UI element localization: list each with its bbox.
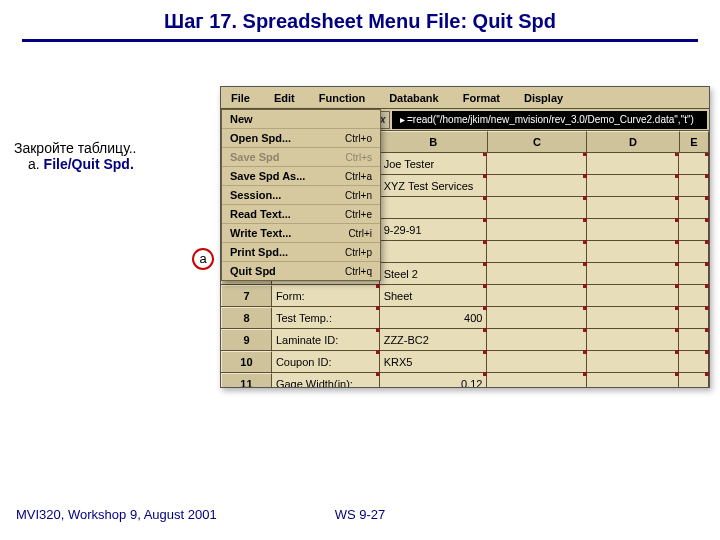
cell[interactable] — [679, 351, 709, 372]
cell[interactable] — [679, 263, 709, 284]
cell[interactable] — [487, 219, 587, 240]
menu-item-shortcut: Ctrl+i — [348, 228, 372, 239]
cell[interactable]: 9-29-91 — [380, 219, 488, 240]
cell[interactable] — [679, 219, 709, 240]
cell[interactable] — [587, 285, 679, 306]
menu-item-label: Print Spd... — [230, 246, 288, 258]
file-menu-item-open-spd[interactable]: Open Spd...Ctrl+o — [222, 129, 380, 148]
cell[interactable]: Joe Tester — [380, 153, 488, 174]
cell[interactable] — [587, 241, 679, 262]
menu-item-shortcut: Ctrl+a — [345, 171, 372, 182]
menu-item-shortcut: Ctrl+e — [345, 209, 372, 220]
file-menu-item-print-spd[interactable]: Print Spd...Ctrl+p — [222, 243, 380, 262]
cell[interactable]: Gage Width(in): — [272, 373, 380, 388]
cell[interactable] — [587, 329, 679, 350]
file-menu-item-write-text[interactable]: Write Text...Ctrl+i — [222, 224, 380, 243]
menu-function[interactable]: Function — [319, 92, 365, 104]
row-header[interactable]: 8 — [221, 307, 272, 328]
menu-item-shortcut: Ctrl+o — [345, 133, 372, 144]
title-rule — [22, 39, 698, 42]
file-dropdown: NewOpen Spd...Ctrl+oSave SpdCtrl+sSave S… — [221, 109, 381, 281]
menu-item-label: Quit Spd — [230, 265, 276, 277]
cell[interactable]: KRX5 — [380, 351, 488, 372]
table-row: 10Coupon ID:KRX5 — [221, 351, 709, 373]
cell[interactable]: Steel 2 — [380, 263, 488, 284]
cell[interactable] — [679, 307, 709, 328]
menu-databank[interactable]: Databank — [389, 92, 439, 104]
menu-display[interactable]: Display — [524, 92, 563, 104]
file-menu-item-quit-spd[interactable]: Quit SpdCtrl+q — [222, 262, 380, 280]
formula-bar[interactable]: ▸ =read("/home/jkim/new_mvision/rev_3.0/… — [392, 111, 707, 129]
cell[interactable] — [487, 263, 587, 284]
file-menu-item-new[interactable]: New — [222, 110, 380, 129]
cell[interactable] — [679, 197, 709, 218]
cell[interactable] — [679, 329, 709, 350]
menu-format[interactable]: Format — [463, 92, 500, 104]
row-header[interactable]: 7 — [221, 285, 272, 306]
file-menu-item-save-spd: Save SpdCtrl+s — [222, 148, 380, 167]
file-menu-item-save-spd-as[interactable]: Save Spd As...Ctrl+a — [222, 167, 380, 186]
menu-item-label: Save Spd — [230, 151, 280, 163]
cell[interactable]: Form: — [272, 285, 380, 306]
page-title: Шаг 17. Spreadsheet Menu File: Quit Spd — [0, 0, 720, 33]
cell[interactable] — [679, 241, 709, 262]
menu-edit[interactable]: Edit — [274, 92, 295, 104]
cell[interactable] — [487, 153, 587, 174]
cell[interactable] — [487, 329, 587, 350]
cell[interactable] — [587, 263, 679, 284]
cell[interactable] — [587, 197, 679, 218]
menu-item-shortcut: Ctrl+p — [345, 247, 372, 258]
menu-item-shortcut: Ctrl+s — [346, 152, 372, 163]
menu-file[interactable]: File — [231, 92, 250, 104]
table-row: 9Laminate ID:ZZZ-BC2 — [221, 329, 709, 351]
cell[interactable]: ZZZ-BC2 — [380, 329, 488, 350]
cell[interactable]: XYZ Test Services — [380, 175, 488, 196]
row-header[interactable]: 11 — [221, 373, 272, 388]
cell[interactable] — [487, 241, 587, 262]
menu-item-label: Session... — [230, 189, 281, 201]
col-d-header[interactable]: D — [587, 131, 679, 152]
table-row: 11Gage Width(in):0.12 — [221, 373, 709, 388]
cell[interactable]: 0.12 — [380, 373, 488, 388]
cell[interactable] — [587, 373, 679, 388]
cell[interactable] — [487, 351, 587, 372]
menu-item-label: Write Text... — [230, 227, 291, 239]
menu-item-shortcut: Ctrl+q — [345, 266, 372, 277]
row-header[interactable]: 10 — [221, 351, 272, 372]
cell[interactable]: Test Temp.: — [272, 307, 380, 328]
cell[interactable]: 400 — [380, 307, 488, 328]
cell[interactable] — [587, 219, 679, 240]
cell[interactable]: Coupon ID: — [272, 351, 380, 372]
col-c-header[interactable]: C — [488, 131, 588, 152]
cell[interactable] — [587, 351, 679, 372]
cell[interactable]: Sheet — [380, 285, 488, 306]
cell[interactable] — [679, 175, 709, 196]
cell[interactable] — [487, 307, 587, 328]
callout-a-marker: a — [192, 248, 214, 270]
file-menu-item-session[interactable]: Session...Ctrl+n — [222, 186, 380, 205]
cell[interactable] — [679, 285, 709, 306]
cell[interactable] — [487, 175, 587, 196]
col-b-header[interactable]: B — [380, 131, 488, 152]
instructions: Закройте таблицу.. a. File/Quit Spd. — [14, 140, 137, 172]
cell[interactable] — [380, 241, 488, 262]
cell[interactable] — [487, 373, 587, 388]
slide: Шаг 17. Spreadsheet Menu File: Quit Spd … — [0, 0, 720, 540]
menu-item-shortcut: Ctrl+n — [345, 190, 372, 201]
col-e-header[interactable]: E — [680, 131, 709, 152]
cell[interactable] — [487, 285, 587, 306]
cell[interactable] — [380, 197, 488, 218]
menu-item-label: Open Spd... — [230, 132, 291, 144]
instr-line2: a. File/Quit Spd. — [28, 156, 137, 172]
row-header[interactable]: 9 — [221, 329, 272, 350]
file-menu-item-read-text[interactable]: Read Text...Ctrl+e — [222, 205, 380, 224]
cell[interactable] — [679, 153, 709, 174]
footer-center: WS 9-27 — [0, 507, 720, 522]
cell[interactable] — [487, 197, 587, 218]
cell[interactable] — [587, 175, 679, 196]
menu-item-label: Read Text... — [230, 208, 291, 220]
cell[interactable] — [679, 373, 709, 388]
cell[interactable]: Laminate ID: — [272, 329, 380, 350]
cell[interactable] — [587, 307, 679, 328]
cell[interactable] — [587, 153, 679, 174]
